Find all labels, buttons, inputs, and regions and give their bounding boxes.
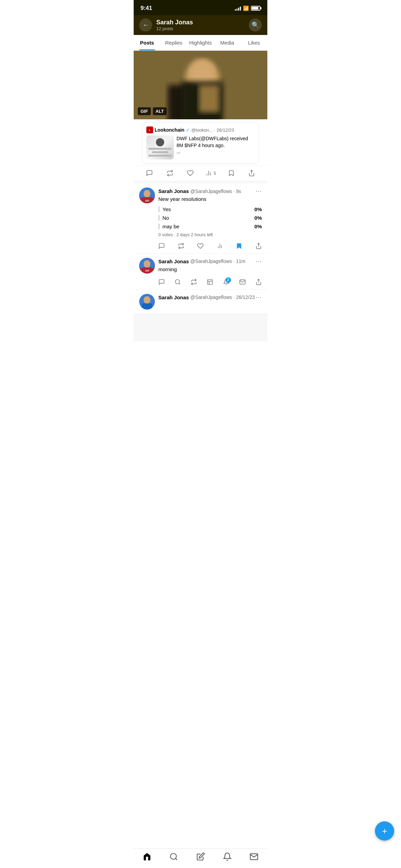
quote-content: L Lookonchain ✓ @lookon... · 26/12/23 xyxy=(146,126,255,159)
quote-body: DWF Labs(@DWFLabs) received 8M $NFP 4 ho… xyxy=(146,135,255,159)
post2-time: 9s xyxy=(236,189,241,194)
poll-pct-yes: 0% xyxy=(254,206,262,212)
post3-retweet-button[interactable] xyxy=(191,279,197,285)
post3-meta: Sarah Jonas @SarahJpageflows · 11m xyxy=(158,258,245,264)
quote-handle: @lookon... xyxy=(191,128,212,133)
quote-tweet-card[interactable]: L Lookonchain ✓ @lookon... · 26/12/23 xyxy=(142,122,259,164)
post4-row: Sarah Jonas @SarahJpageflows · 26/12/23 … xyxy=(134,290,267,314)
retweet-button[interactable] xyxy=(160,170,180,177)
post2-handle: @SarahJpageflows xyxy=(190,189,232,194)
post2-views-button[interactable] xyxy=(217,243,223,249)
poll-label-maybe: may be xyxy=(158,224,179,229)
header-title: Sarah Jonas 12 posts xyxy=(152,19,249,31)
tab-likes[interactable]: Likes xyxy=(241,35,267,50)
post3-bookmark-mail-button[interactable] xyxy=(239,279,246,285)
tab-posts[interactable]: Posts xyxy=(134,35,160,50)
post2-header: Sarah Jonas @SarahJpageflows · 9s ··· xyxy=(158,188,262,195)
post2-row: 100 Sarah Jonas @SarahJpageflows · 9s ··… xyxy=(134,183,267,254)
alt-badge: ALT xyxy=(153,107,167,115)
wifi-icon: 📶 xyxy=(243,5,249,11)
post2-name: Sarah Jonas xyxy=(158,188,189,194)
post2-share-button[interactable] xyxy=(255,243,262,249)
retweet-icon xyxy=(167,170,173,177)
post4-name: Sarah Jonas xyxy=(158,294,189,300)
views-button[interactable]: 5 xyxy=(200,170,221,177)
bookmark-button[interactable] xyxy=(221,170,242,177)
post2-more-button[interactable]: ··· xyxy=(256,188,262,195)
media-area[interactable]: GIF ALT xyxy=(134,51,267,119)
tab-highlights[interactable]: Highlights xyxy=(187,35,214,50)
poll-footer: 0 votes · 2 days 2 hours left xyxy=(158,232,262,237)
post3-share-button[interactable] xyxy=(255,279,262,285)
poll-option-yes[interactable]: Yes 0% xyxy=(158,206,262,212)
media-badges: GIF ALT xyxy=(138,107,167,115)
svg-point-28 xyxy=(144,296,150,304)
header: ← Sarah Jonas 12 posts 🔍 xyxy=(134,15,267,35)
bookmark-filled-icon xyxy=(236,243,242,249)
tabs-bar: Posts Replies Highlights Media Likes xyxy=(134,35,267,51)
post3-notifications-button[interactable]: 2 xyxy=(223,279,230,285)
post-count: 12 posts xyxy=(156,26,249,31)
post4-more-button[interactable]: ··· xyxy=(256,294,262,301)
user-name: Sarah Jonas xyxy=(156,19,249,26)
reply-button[interactable] xyxy=(139,170,160,177)
status-bar: 9:41 📶 xyxy=(134,0,267,15)
retweet-icon xyxy=(178,243,184,249)
back-button[interactable]: ← xyxy=(139,19,152,32)
like-icon xyxy=(197,243,204,249)
signal-icon xyxy=(235,6,241,11)
post2-like-button[interactable] xyxy=(197,243,204,249)
post1-actions: 5 xyxy=(134,165,267,181)
poll-label-no: No xyxy=(158,215,169,221)
svg-point-21 xyxy=(175,279,180,284)
status-time: 9:41 xyxy=(141,5,152,12)
content-area: GIF ALT L Lookonchain ✓ @lookon... · 26/… xyxy=(134,51,267,341)
quote-text: DWF Labs(@DWFLabs) received 8M $NFP 4 ho… xyxy=(177,135,255,149)
poll: Yes 0% No 0% may be 0% 0 votes · 2 days … xyxy=(158,206,262,237)
post4-avatar xyxy=(139,294,155,310)
reply-icon xyxy=(146,170,153,177)
post3-actions: 2 xyxy=(158,277,262,285)
post3-search-button[interactable] xyxy=(174,279,181,285)
gif-badge: GIF xyxy=(138,107,151,115)
tab-media[interactable]: Media xyxy=(214,35,241,50)
post2-meta: Sarah Jonas @SarahJpageflows · 9s xyxy=(158,188,241,194)
post2-text: New year resolutions xyxy=(158,195,262,203)
mail-icon xyxy=(239,279,246,285)
post3-header: Sarah Jonas @SarahJpageflows · 11m ··· xyxy=(158,258,262,265)
retweet-icon xyxy=(191,279,197,285)
reply-icon xyxy=(158,279,165,285)
svg-point-19 xyxy=(144,260,150,268)
search-button[interactable]: 🔍 xyxy=(249,19,262,32)
post2-retweet-button[interactable] xyxy=(178,243,184,249)
post3-reply-button[interactable] xyxy=(158,279,165,285)
poll-option-maybe[interactable]: may be 0% xyxy=(158,224,262,229)
share-icon xyxy=(248,170,255,177)
svg-rect-6 xyxy=(199,85,219,112)
svg-point-12 xyxy=(144,190,150,197)
verified-icon: ✓ xyxy=(186,127,190,133)
status-icons: 📶 xyxy=(235,5,260,11)
post2-reply-button[interactable] xyxy=(158,243,165,249)
post3-more-button[interactable]: ··· xyxy=(256,258,262,265)
post3-handle: @SarahJpageflows xyxy=(190,258,232,264)
like-button[interactable] xyxy=(180,170,200,177)
post2-body: Sarah Jonas @SarahJpageflows · 9s ··· Ne… xyxy=(158,188,262,249)
quote-date-value: 26/12/23 xyxy=(217,128,234,133)
first-post-block: GIF ALT L Lookonchain ✓ @lookon... · 26/… xyxy=(134,51,267,181)
quote-date: · xyxy=(214,128,215,133)
poll-option-no[interactable]: No 0% xyxy=(158,215,262,221)
tab-replies[interactable]: Replies xyxy=(160,35,187,50)
views-icon xyxy=(217,243,223,249)
poll-label-yes: Yes xyxy=(158,206,171,212)
post3-compose-button[interactable] xyxy=(207,279,213,285)
bottom-spacer xyxy=(134,314,267,341)
battery-icon xyxy=(251,6,260,11)
views-count: 5 xyxy=(214,171,216,176)
post4-date: 26/12/23 xyxy=(236,294,255,300)
share-icon xyxy=(255,243,262,249)
share-button[interactable] xyxy=(241,170,262,177)
post2-bookmark-button[interactable] xyxy=(236,243,242,249)
quote-name: Lookonchain xyxy=(155,127,184,133)
views-icon xyxy=(205,170,212,177)
